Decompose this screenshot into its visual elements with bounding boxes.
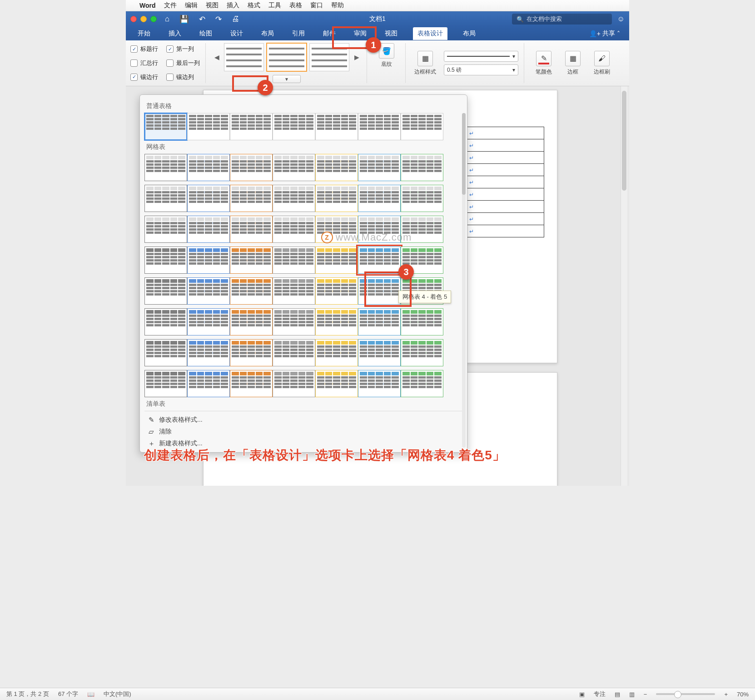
grid-style-r6-c3[interactable]: [273, 339, 315, 366]
chk-last-col[interactable]: ✓: [166, 59, 174, 67]
app-name[interactable]: Word: [139, 2, 156, 9]
zoom-window[interactable]: [150, 16, 157, 22]
clear-style[interactable]: ▱清除: [144, 426, 462, 438]
chk-header-row[interactable]: ✓: [130, 45, 138, 53]
search-box[interactable]: 🔍 在文档中搜索: [512, 14, 612, 25]
table-cell[interactable]: ↵: [467, 213, 544, 225]
plain-style-3[interactable]: [273, 113, 315, 140]
grid-style-r1-c3[interactable]: [273, 185, 315, 212]
menu-help[interactable]: 帮助: [331, 1, 344, 10]
grid-style-r1-c2[interactable]: [230, 185, 273, 212]
grid-style-r1-c4[interactable]: [315, 185, 358, 212]
grid-style-r1-c1[interactable]: [187, 185, 230, 212]
grid-style-r7-c4[interactable]: [315, 370, 358, 397]
vertical-scrollbar[interactable]: [621, 86, 627, 486]
plain-style-4[interactable]: [315, 113, 358, 140]
border-style-button[interactable]: ▦ 边框样式: [412, 51, 438, 76]
grid-style-r2-c1[interactable]: [187, 216, 230, 243]
chk-banded-col[interactable]: ✓: [166, 74, 174, 81]
pen-color-button[interactable]: ✎笔颜色: [531, 43, 557, 83]
tab-ref[interactable]: 引用: [289, 28, 308, 39]
table-cell[interactable]: ↵: [467, 225, 544, 237]
grid-style-r7-c1[interactable]: [187, 370, 230, 397]
grid-style-r7-c2[interactable]: [230, 370, 273, 397]
grid-style-r6-c2[interactable]: [230, 339, 273, 366]
tab-table-layout[interactable]: 布局: [460, 28, 478, 39]
grid-style-r4-c1[interactable]: [187, 277, 230, 305]
grid-style-r0-c2[interactable]: [230, 154, 273, 181]
tab-design[interactable]: 设计: [228, 28, 246, 39]
grid-style-r0-c0[interactable]: [144, 154, 187, 181]
grid-style-r6-c4[interactable]: [315, 339, 358, 366]
grid-style-r0-c1[interactable]: [187, 154, 230, 181]
grid-style-r6-c0[interactable]: [144, 339, 187, 366]
plain-style-5[interactable]: [358, 113, 401, 140]
grid-style-r5-c6[interactable]: [401, 308, 443, 335]
grid-style-r2-c2[interactable]: [230, 216, 273, 243]
close-window[interactable]: [130, 16, 137, 22]
grid-style-r7-c5[interactable]: [358, 370, 401, 397]
feedback-icon[interactable]: ☺: [617, 15, 625, 23]
menu-format[interactable]: 格式: [248, 1, 260, 10]
grid-style-r7-c3[interactable]: [273, 370, 315, 397]
style-thumb-2[interactable]: [267, 43, 307, 71]
menu-file[interactable]: 文件: [164, 1, 177, 10]
panel-scrollbar[interactable]: [462, 113, 466, 448]
table-cell[interactable]: ↵: [467, 188, 544, 201]
grid-style-r4-c4[interactable]: [315, 277, 358, 305]
chk-first-col[interactable]: ✓: [166, 45, 174, 53]
plain-style-0[interactable]: [144, 113, 187, 140]
menu-tools[interactable]: 工具: [268, 1, 281, 10]
grid-style-r0-c5[interactable]: [358, 154, 401, 181]
grid-style-r0-c4[interactable]: [315, 154, 358, 181]
grid-style-r3-c1[interactable]: [187, 246, 230, 274]
tab-view[interactable]: 视图: [382, 28, 400, 39]
grid-style-r0-c6[interactable]: [401, 154, 443, 181]
redo-icon[interactable]: ↷: [215, 15, 222, 24]
plain-style-6[interactable]: [401, 113, 443, 140]
grid-style-r2-c0[interactable]: [144, 216, 187, 243]
grid-style-r6-c1[interactable]: [187, 339, 230, 366]
print-icon[interactable]: 🖨: [232, 15, 239, 24]
scroll-thumb[interactable]: [622, 91, 626, 191]
grid-style-r3-c5[interactable]: [358, 246, 401, 274]
grid-style-r5-c4[interactable]: [315, 308, 358, 335]
grid-style-r6-c6[interactable]: [401, 339, 443, 366]
home-icon[interactable]: ⌂: [165, 15, 169, 24]
menu-view[interactable]: 视图: [206, 1, 219, 10]
table-cell[interactable]: ↵: [467, 139, 544, 152]
grid-style-r5-c0[interactable]: [144, 308, 187, 335]
table-cell[interactable]: ↵: [467, 164, 544, 176]
grid-style-r7-c6[interactable]: [401, 370, 443, 397]
grid-style-r7-c0[interactable]: [144, 370, 187, 397]
modify-style[interactable]: ✎修改表格样式...: [144, 414, 462, 426]
grid-style-r1-c6[interactable]: [401, 185, 443, 212]
grid-style-r2-c3[interactable]: [273, 216, 315, 243]
grid-style-r4-c3[interactable]: [273, 277, 315, 305]
chk-banded-row[interactable]: ✓: [130, 74, 138, 81]
tab-insert[interactable]: 插入: [166, 28, 184, 39]
grid-style-r3-c4[interactable]: [315, 246, 358, 274]
table-cell[interactable]: ↵: [467, 176, 544, 188]
grid-style-r4-c2[interactable]: [230, 277, 273, 305]
tab-table-design[interactable]: 表格设计: [413, 27, 447, 40]
grid-style-r3-c3[interactable]: [273, 246, 315, 274]
share-button[interactable]: 👤+ 共享 ˄: [589, 30, 620, 38]
line-style-combo[interactable]: ▾: [444, 51, 518, 62]
grid-style-r0-c3[interactable]: [273, 154, 315, 181]
grid-style-r3-c2[interactable]: [230, 246, 273, 274]
plain-style-2[interactable]: [230, 113, 273, 140]
tab-draw[interactable]: 绘图: [197, 28, 215, 39]
menu-edit[interactable]: 编辑: [185, 1, 198, 10]
plain-style-1[interactable]: [187, 113, 230, 140]
menu-window[interactable]: 窗口: [310, 1, 323, 10]
grid-style-r6-c5[interactable]: [358, 339, 401, 366]
minimize-window[interactable]: [140, 16, 147, 22]
tab-layout[interactable]: 布局: [258, 28, 277, 39]
undo-icon[interactable]: ↶: [199, 15, 205, 24]
style-thumb-1[interactable]: [224, 43, 264, 71]
grid-style-r1-c5[interactable]: [358, 185, 401, 212]
grid-style-r1-c0[interactable]: [144, 185, 187, 212]
border-painter-button[interactable]: 🖌边框刷: [589, 43, 615, 83]
gallery-prev[interactable]: ◀: [212, 43, 221, 71]
